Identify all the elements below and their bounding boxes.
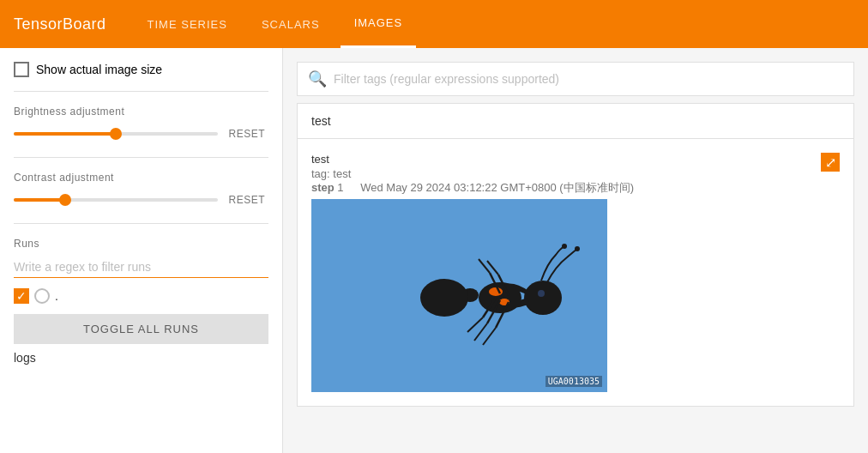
divider-2	[14, 157, 268, 158]
svg-point-1	[524, 281, 562, 315]
step-label: step	[311, 181, 337, 194]
brightness-reset-button[interactable]: RESET	[225, 124, 268, 143]
divider-3	[14, 223, 268, 224]
nav-time-series[interactable]: TIME SERIES	[134, 0, 241, 48]
contrast-slider[interactable]	[14, 198, 218, 202]
brightness-label: Brightness adjustment	[14, 106, 268, 118]
ant-svg	[311, 199, 607, 392]
tag-header: test	[298, 104, 853, 139]
divider-1	[14, 91, 268, 92]
image-step-info: step 1 Wed May 29 2024 03:12:22 GMT+0800…	[311, 180, 634, 196]
image-card-info: test tag: test step 1 Wed May 29 2024 03…	[311, 153, 634, 196]
app-header: TensorBoard TIME SERIES SCALARS IMAGES	[0, 0, 868, 48]
contrast-label: Contrast adjustment	[14, 172, 268, 184]
nav-scalars[interactable]: SCALARS	[248, 0, 334, 48]
contrast-thumb[interactable]	[59, 194, 71, 206]
step-value: 1	[337, 181, 343, 194]
run-dot-label: .	[55, 289, 58, 303]
run-item: ✓ .	[14, 288, 268, 304]
app-layout: Show actual image size Brightness adjust…	[0, 48, 868, 453]
image-run-name: test	[311, 153, 634, 166]
ant-image: UGA0013035	[311, 199, 607, 392]
show-image-size-checkbox[interactable]	[14, 62, 29, 77]
svg-point-19	[575, 246, 580, 251]
brightness-section: Brightness adjustment RESET	[14, 106, 268, 143]
svg-point-18	[562, 244, 567, 249]
logs-label: logs	[14, 351, 268, 365]
main-nav: TIME SERIES SCALARS IMAGES	[134, 0, 417, 48]
run-radio[interactable]	[34, 288, 50, 304]
contrast-fill	[14, 198, 65, 202]
contrast-slider-row: RESET	[14, 190, 268, 209]
svg-point-3	[479, 282, 521, 313]
filter-input[interactable]	[334, 72, 843, 86]
image-timestamp: Wed May 29 2024 03:12:22 GMT+0800 (中国标准时…	[360, 181, 634, 194]
brightness-fill	[14, 132, 116, 136]
runs-filter-input[interactable]	[14, 257, 268, 278]
image-watermark: UGA0013035	[546, 376, 602, 387]
runs-section: Runs ✓ . TOGGLE ALL RUNS logs	[14, 238, 268, 365]
brightness-slider-row: RESET	[14, 124, 268, 143]
sidebar: Show actual image size Brightness adjust…	[0, 48, 283, 453]
expand-icon: ⤢	[825, 154, 836, 171]
app-logo: TensorBoard	[14, 15, 106, 33]
toggle-all-runs-button[interactable]: TOGGLE ALL RUNS	[14, 314, 268, 344]
svg-point-4	[489, 287, 503, 296]
svg-point-2	[538, 290, 545, 297]
brightness-slider[interactable]	[14, 132, 218, 136]
svg-point-7	[420, 279, 468, 317]
image-card-header: test tag: test step 1 Wed May 29 2024 03…	[311, 153, 840, 196]
expand-button[interactable]: ⤢	[821, 153, 840, 172]
show-image-size-label: Show actual image size	[36, 63, 162, 76]
show-image-size-row: Show actual image size	[14, 62, 268, 77]
contrast-reset-button[interactable]: RESET	[225, 190, 268, 209]
tag-section: test test tag: test step 1 Wed May 29 20…	[297, 103, 854, 407]
filter-bar: 🔍	[297, 62, 854, 96]
main-content: 🔍 test test tag: test step 1 Wed May 29 …	[283, 48, 868, 453]
runs-label: Runs	[14, 238, 268, 250]
checkmark-icon: ✓	[16, 289, 27, 303]
run-checkbox[interactable]: ✓	[14, 288, 29, 304]
search-icon: 🔍	[308, 69, 327, 88]
image-tag-info: tag: test	[311, 167, 634, 180]
contrast-section: Contrast adjustment RESET	[14, 172, 268, 209]
image-card: test tag: test step 1 Wed May 29 2024 03…	[298, 139, 853, 406]
brightness-thumb[interactable]	[110, 128, 122, 140]
nav-images[interactable]: IMAGES	[341, 0, 417, 48]
